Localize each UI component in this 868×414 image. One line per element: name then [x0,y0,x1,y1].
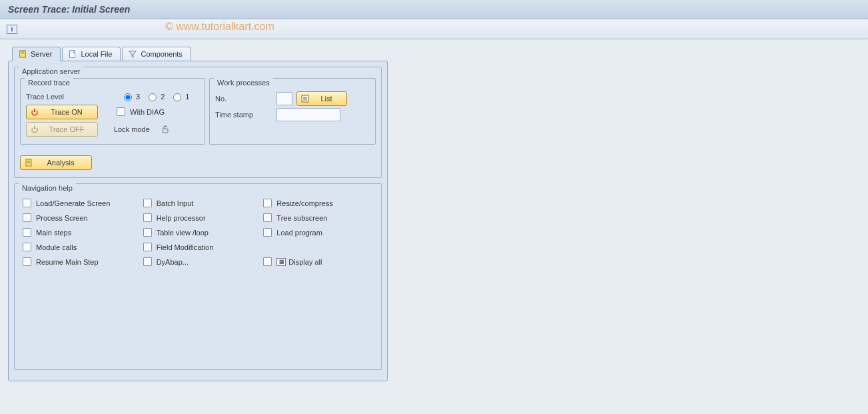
chk-resume-main-step[interactable]: Resume Main Step [20,255,135,268]
tab-server-label: Server [31,50,52,58]
svg-rect-1 [21,52,24,53]
tab-localfile-label: Local File [81,50,112,58]
timestamp-label: Time stamp [215,111,272,119]
svg-rect-7 [163,129,168,133]
chk-table-view-loop[interactable]: Table view /loop [141,226,256,239]
page-title: Screen Trace: Initial Screen [0,0,868,19]
appserver-group: Application server Record trace Trace Le… [14,67,382,178]
app-toolbar: i © www.tutorialkart.com [0,19,868,39]
analysis-icon [25,159,33,167]
nav-col-2: Batch Input Help processor Table view /l… [141,195,256,270]
radio-2[interactable]: 2 [145,91,165,101]
tab-server[interactable]: Server [12,47,61,61]
no-label: No. [215,95,272,103]
grid-icon: ▦ [276,258,286,266]
tabstrip: Server Local File Components [12,46,860,61]
analysis-button[interactable]: Analysis [20,155,92,170]
svg-rect-2 [21,53,24,53]
radio-1[interactable]: 1 [170,91,189,101]
chk-dyabap[interactable]: DyAbap... [141,255,256,268]
chk-help-processor[interactable]: Help processor [141,211,256,224]
svg-rect-0 [20,51,26,58]
nav-col-3: Resize/compress Tree subscreen Load prog… [260,195,376,270]
tab-localfile[interactable]: Local File [62,47,121,61]
work-processes-legend: Work processes [214,78,273,87]
tab-components[interactable]: Components [122,47,191,61]
watermark: © www.tutorialkart.com [165,21,274,33]
list-icon [301,95,309,103]
lock-icon[interactable] [161,125,170,134]
info-icon[interactable]: i [7,25,17,34]
record-trace-legend: Record trace [25,78,73,87]
list-button-label: List [313,95,340,103]
list-button[interactable]: List [296,91,347,106]
svg-rect-3 [70,51,75,58]
record-trace-group: Record trace Trace Level 3 2 1 Trace ON [20,78,205,145]
tab-components-label: Components [141,50,182,58]
file-icon [68,49,77,59]
lock-mode-label: Lock mode [114,125,150,133]
chk-load-generate[interactable]: Load/Generate Screen [20,197,135,209]
chk-process-screen[interactable]: Process Screen [20,211,135,224]
filter-icon [128,49,137,59]
nav-col-1: Load/Generate Screen Process Screen Main… [20,195,135,270]
no-input[interactable] [276,92,292,105]
power-on-icon [31,108,39,116]
trace-off-label: Trace OFF [43,125,91,133]
chk-batch-input[interactable]: Batch Input [141,197,256,209]
chk-resize-compress[interactable]: Resize/compress [260,197,376,209]
trace-on-button[interactable]: Trace ON [26,105,98,119]
timestamp-input[interactable] [276,108,340,121]
power-off-icon [31,125,39,133]
chk-field-mod[interactable]: Field Modification [141,241,256,253]
chk-main-steps[interactable]: Main steps [20,226,135,239]
trace-off-button: Trace OFF [26,122,98,137]
server-panel: Application server Record trace Trace Le… [8,61,388,381]
trace-level-radios: 3 2 1 [121,91,189,101]
svg-marker-4 [129,51,137,58]
with-diag-checkbox[interactable]: With DIAG [114,105,165,118]
analysis-button-label: Analysis [37,159,85,167]
server-icon [18,49,27,59]
work-processes-group: Work processes No. List Time stamp [209,78,376,145]
chk-tree-subscreen[interactable]: Tree subscreen [260,211,376,224]
with-diag-label: With DIAG [130,108,165,116]
navigation-help-legend: Navigation help [19,183,76,193]
trace-level-label: Trace Level [26,93,79,101]
appserver-legend: Application server [19,67,83,76]
navigation-help-group: Navigation help Load/Generate Screen Pro… [14,183,382,370]
chk-display-all[interactable]: ▦ Display all [260,255,376,268]
chk-module-calls[interactable]: Module calls [20,241,135,253]
chk-load-program[interactable]: Load program [260,226,376,239]
radio-3[interactable]: 3 [121,91,140,101]
trace-on-label: Trace ON [43,108,91,116]
